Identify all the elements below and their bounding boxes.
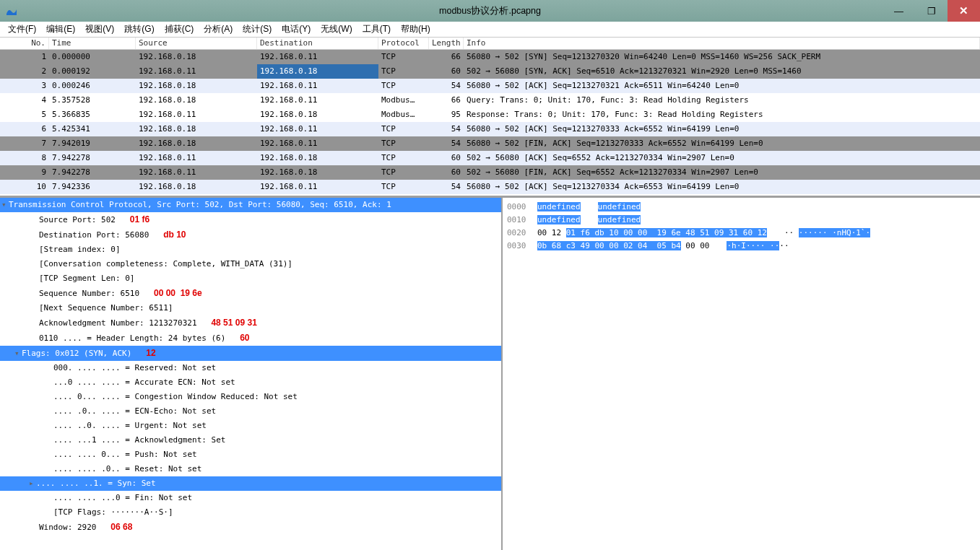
expand-toggle-icon[interactable]: ▸ — [29, 476, 36, 491]
packet-row[interactable]: 20.000192192.168.0.11192.168.0.18TCP6050… — [0, 64, 980, 79]
detail-text: .... ...1 .... = Acknowledgment: Set — [53, 435, 225, 445]
detail-line[interactable]: ▸.... .... ..1. = Syn: Set — [0, 476, 501, 491]
col-src[interactable]: Source — [136, 38, 257, 49]
cell-no: 4 — [0, 93, 49, 108]
hex-offset: 0030 — [507, 240, 537, 253]
cell-src: 192.168.0.18 — [136, 93, 257, 108]
detail-line[interactable]: Destination Port: 56080 db 10 — [0, 227, 501, 243]
col-dst[interactable]: Destination — [257, 38, 378, 49]
hex-annotation: 60 — [240, 333, 249, 343]
hex-line[interactable]: 0000undefinedundefined — [507, 201, 976, 214]
packet-row[interactable]: 107.942336192.168.0.18192.168.0.11TCP545… — [0, 180, 980, 194]
detail-line[interactable]: Window: 2920 06 68 — [0, 520, 501, 535]
cell-src: 192.168.0.11 — [136, 165, 257, 180]
detail-line[interactable]: .... .... .0.. = Reset: Not set — [0, 462, 501, 476]
hex-annotation: 00 00 19 6e — [154, 288, 202, 298]
cell-len: 95 — [429, 108, 464, 122]
menu-item[interactable]: 跳转(G) — [119, 22, 159, 37]
detail-text: .... 0... .... = Congestion Window Reduc… — [53, 392, 298, 401]
detail-line[interactable]: [TCP Segment Len: 0] — [0, 271, 501, 286]
detail-line[interactable]: .... .... ...0 = Fin: Not set — [0, 491, 501, 505]
cell-time: 7.942019 — [49, 136, 136, 151]
detail-line[interactable]: Source Port: 502 01 f6 — [0, 212, 501, 227]
packet-row[interactable]: 10.000000192.168.0.18192.168.0.11TCP6656… — [0, 50, 980, 64]
hex-annotation: 12 — [146, 348, 155, 358]
col-len[interactable]: Length — [429, 38, 464, 49]
packet-row[interactable]: 97.942278192.168.0.11192.168.0.18TCP6050… — [0, 165, 980, 180]
hex-ascii: ·h·I···· ···· — [727, 240, 789, 253]
detail-text: Sequence Number: 6510 — [39, 289, 139, 298]
packet-row[interactable]: 45.357528192.168.0.18192.168.0.11Modbus…… — [0, 93, 980, 108]
menu-item[interactable]: 捕获(C) — [160, 22, 199, 37]
title-bar: modbus协议分析.pcapng — ❐ ✕ — [0, 0, 980, 22]
packet-bytes-pane[interactable]: 0000undefinedundefined0010undefinedundef… — [503, 198, 980, 550]
cell-time: 0.000192 — [49, 64, 136, 79]
menu-item[interactable]: 文件(F) — [3, 22, 41, 37]
cell-proto: TCP — [378, 151, 429, 165]
menu-item[interactable]: 无线(W) — [316, 22, 357, 37]
menu-item[interactable]: 帮助(H) — [396, 22, 435, 37]
detail-line[interactable]: .... .... 0... = Push: Not set — [0, 448, 501, 462]
cell-dst: 192.168.0.18 — [257, 108, 378, 122]
detail-line[interactable]: [Stream index: 0] — [0, 243, 501, 257]
packet-row[interactable]: 55.366835192.168.0.11192.168.0.18Modbus…… — [0, 108, 980, 122]
detail-line[interactable]: .... ...1 .... = Acknowledgment: Set — [0, 433, 501, 448]
packet-row[interactable]: 65.425341192.168.0.18192.168.0.11TCP5456… — [0, 122, 980, 136]
menu-item[interactable]: 编辑(E) — [41, 22, 80, 37]
hex-ascii: undefined — [598, 201, 641, 214]
minimize-button[interactable]: — — [883, 0, 915, 22]
detail-line[interactable]: 000. .... .... = Reserved: Not set — [0, 361, 501, 375]
detail-line[interactable]: [Conversation completeness: Complete, WI… — [0, 257, 501, 271]
detail-text: [TCP Segment Len: 0] — [39, 274, 134, 283]
menu-item[interactable]: 视图(V) — [80, 22, 119, 37]
detail-line[interactable]: Acknowledgment Number: 1213270321 48 51 … — [0, 315, 501, 331]
menu-item[interactable]: 分析(A) — [199, 22, 238, 37]
detail-text: ...0 .... .... = Accurate ECN: Not set — [53, 377, 235, 387]
packet-row[interactable]: 87.942278192.168.0.11192.168.0.18TCP6050… — [0, 151, 980, 165]
expand-toggle-icon[interactable]: ▾ — [14, 346, 22, 361]
cell-proto: TCP — [378, 136, 429, 151]
packet-details-pane[interactable]: ▾Transmission Control Protocol, Src Port… — [0, 198, 503, 550]
cell-no: 5 — [0, 108, 49, 122]
detail-text: Destination Port: 56080 — [39, 230, 149, 240]
expand-toggle-icon[interactable]: ▾ — [1, 198, 9, 212]
detail-line[interactable]: [TCP Flags: ·······A··S·] — [0, 505, 501, 520]
packet-list-pane[interactable]: No. Time Source Destination Protocol Len… — [0, 38, 980, 197]
packet-row[interactable]: 30.000246192.168.0.18192.168.0.11TCP5456… — [0, 79, 980, 93]
detail-line[interactable]: 0110 .... = Header Length: 24 bytes (6) … — [0, 331, 501, 346]
detail-line[interactable]: ▾Flags: 0x012 (SYN, ACK) 12 — [0, 346, 501, 361]
hex-selected: undefined — [537, 215, 581, 224]
detail-line[interactable]: ...0 .... .... = Accurate ECN: Not set — [0, 375, 501, 390]
detail-line[interactable]: Sequence Number: 6510 00 00 19 6e — [0, 286, 501, 301]
cell-info: 56080 → 502 [ACK] Seq=1213270334 Ack=655… — [464, 180, 980, 194]
detail-line[interactable]: [Next Sequence Number: 6511] — [0, 301, 501, 315]
detail-text: Source Port: 502 — [39, 215, 116, 224]
detail-line[interactable]: .... .0.. .... = ECN-Echo: Not set — [0, 404, 501, 419]
detail-line[interactable]: .... ..0. .... = Urgent: Not set — [0, 419, 501, 433]
packet-row[interactable]: 77.942019192.168.0.18192.168.0.11TCP5456… — [0, 136, 980, 151]
col-info[interactable]: Info — [464, 38, 980, 49]
detail-line[interactable]: .... 0... .... = Congestion Window Reduc… — [0, 390, 501, 404]
hex-line[interactable]: 002000 12 01 f6 db 10 00 00 19 6e 48 51 … — [507, 227, 976, 240]
hex-line[interactable]: 0010undefinedundefined — [507, 214, 976, 227]
cell-no: 7 — [0, 136, 49, 151]
menu-item[interactable]: 工具(T) — [357, 22, 396, 37]
cell-no: 1 — [0, 50, 49, 64]
menu-item[interactable]: 统计(S) — [238, 22, 277, 37]
hex-line[interactable]: 00300b 68 c3 49 00 00 02 04 05 b4 00 00·… — [507, 240, 976, 253]
menu-item[interactable]: 电话(Y) — [277, 22, 316, 37]
cell-proto: TCP — [378, 50, 429, 64]
cell-dst: 192.168.0.18 — [257, 151, 378, 165]
maximize-button[interactable]: ❐ — [915, 0, 948, 22]
col-time[interactable]: Time — [49, 38, 136, 49]
cell-len: 60 — [429, 151, 464, 165]
cell-len: 54 — [429, 122, 464, 136]
detail-line[interactable]: ▾Transmission Control Protocol, Src Port… — [0, 198, 501, 212]
col-no[interactable]: No. — [0, 38, 49, 49]
col-proto[interactable]: Protocol — [378, 38, 429, 49]
detail-text: Window: 2920 — [39, 523, 96, 532]
hex-annotation: 48 51 09 31 — [211, 318, 256, 328]
packet-list-header[interactable]: No. Time Source Destination Protocol Len… — [0, 38, 980, 50]
close-button[interactable]: ✕ — [948, 0, 980, 22]
packet-rows[interactable]: 10.000000192.168.0.18192.168.0.11TCP6656… — [0, 50, 980, 196]
